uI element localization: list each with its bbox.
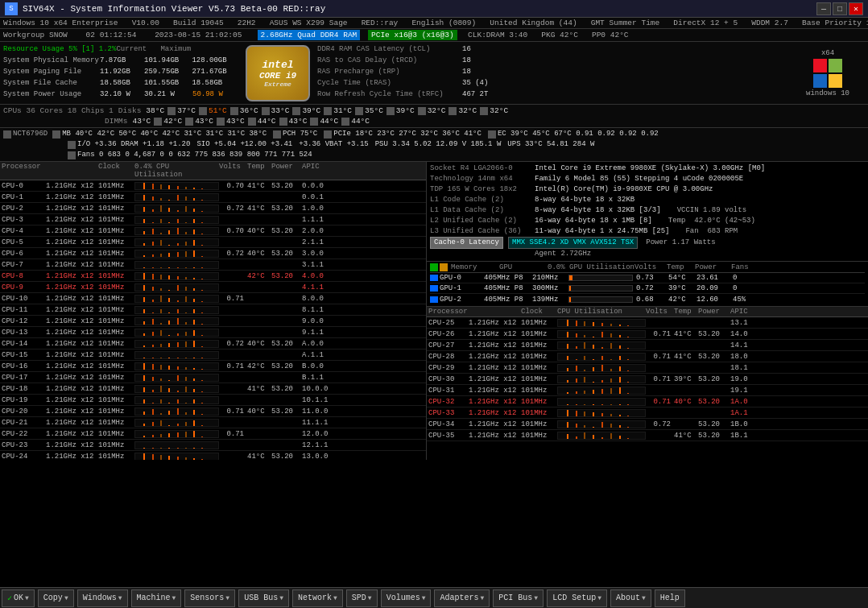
- cpu-l3-label: L3 Unified Cache (36): [430, 226, 535, 237]
- cpu-apic: 8.1.1: [302, 306, 330, 314]
- cpu-name: CPU-22: [2, 430, 46, 438]
- close-button[interactable]: ✕: [849, 2, 863, 15]
- gpu2-graph: [568, 296, 633, 303]
- cpu-name: CPU-20: [2, 407, 46, 416]
- dimms-label: DIMMs: [105, 116, 128, 126]
- lcdsetup-button[interactable]: LCD Setup ▼: [547, 589, 607, 607]
- right-panel[interactable]: Socket R4 LGA2066-0 Intel Core i9 Extrem…: [427, 162, 868, 460]
- cpu-clock: 101MHz: [98, 441, 134, 449]
- nct-row-2: I/O +3.36 DRAM +1.18 +1.20 SIO +5.04 +12…: [3, 139, 865, 150]
- nct-label: NCT6796D: [13, 129, 48, 139]
- help-button[interactable]: Help: [655, 589, 685, 607]
- cpu-right-row: CPU-35 1.21GHz x12 101MHz 41°C 53.20 1B.…: [427, 430, 868, 441]
- gpu0-temp: 54°C: [668, 274, 696, 282]
- rcpu-clock: 101MHz: [521, 364, 557, 372]
- ok-button[interactable]: ✓ OK ▼: [2, 589, 35, 607]
- sensors-button[interactable]: Sensors ▼: [184, 589, 235, 607]
- cpu-clock: 101MHz: [98, 396, 134, 404]
- gpu1-mem: 300MHz: [532, 284, 568, 292]
- gpu2-temp: 42°C: [668, 296, 696, 304]
- copy-button[interactable]: Copy ▼: [38, 589, 74, 607]
- machine-button[interactable]: Machine ▼: [131, 589, 182, 607]
- cpu-socket-label: Socket R4 LGA2066-0: [430, 163, 535, 174]
- rcpu-name: CPU-31: [428, 387, 469, 395]
- cpu-power: 53.20: [271, 205, 302, 213]
- usb-button[interactable]: USB Bus ▼: [238, 589, 289, 607]
- rcpu-graph: [557, 353, 646, 361]
- maximize-button[interactable]: □: [833, 2, 847, 15]
- pcibus-button[interactable]: PCI Bus ▼: [493, 589, 544, 607]
- cpu-tdp-label: TDP 165 W Cores 18x2: [430, 184, 535, 195]
- cpu-row: CPU-19 1.21GHz x12 101MHz 10.1.1: [0, 395, 426, 406]
- cpu-clock: 101MHz: [98, 272, 134, 280]
- cpu-freq: 1.21GHz x12: [46, 407, 98, 416]
- cpu-temp: 41°C: [247, 182, 271, 190]
- rcpu-name: CPU-25: [428, 319, 469, 327]
- ddr-ras-delay: RAS to CAS Delay (tRCD) 18: [317, 55, 784, 66]
- cpu-name: CPU-6: [2, 250, 46, 258]
- cpu-freq: 1.21GHz x12: [46, 441, 98, 449]
- cpu-cache-row: Cache-0 Latency MMX SSE4.2 XD VMX AVX512…: [430, 237, 865, 249]
- rcpu-clock: 101MHz: [521, 341, 557, 349]
- network-button[interactable]: Network ▼: [292, 589, 343, 607]
- windows-label: Windows: [83, 594, 117, 602]
- cpu-left-panel[interactable]: Processor Clock 0.4% CPU Utilisation Vol…: [0, 162, 427, 460]
- minimize-button[interactable]: —: [816, 2, 831, 15]
- cpu-volts: 0.71: [219, 362, 247, 370]
- cpu-name: CPU-2: [2, 205, 46, 213]
- cpu-graph: [134, 385, 219, 393]
- rcpu-power: 53.20: [698, 353, 730, 361]
- cpu-clock: 101MHz: [98, 329, 134, 337]
- gpu-util-label: 0.0% GPU Utilisation: [548, 263, 634, 271]
- gpu2-name: GPU-2: [440, 296, 484, 304]
- spd-button[interactable]: SPD ▼: [346, 589, 378, 607]
- rcpu-graph: [557, 364, 646, 372]
- ddr-ras-pre-label: RAS Precharge (tRP): [317, 66, 462, 77]
- gpu-volts-label: Volts: [634, 263, 667, 271]
- ddr-rowrefresh: Row Refresh Cycle Time (tRFC) 467 2T: [317, 89, 784, 100]
- ddr-cycle-val: 35 (4): [462, 77, 488, 89]
- resource-row-power: System Power Usage 32.10 W 30.21 W 50.98…: [3, 89, 238, 100]
- power-max: 30.21 W: [144, 89, 192, 100]
- rcpu-apic: 1A.0: [730, 398, 758, 406]
- cpu-temp-hot: 51°C: [209, 105, 227, 116]
- gpu-fans-label: Fans: [731, 263, 755, 271]
- cpu-name: CPU-3: [2, 216, 46, 224]
- nct-pcie: PCIe 18°C 23°C 27°C 32°C 36°C 41°C: [333, 129, 482, 139]
- ddr-ras-delay-val: 18: [462, 55, 471, 66]
- gpu0-bar: [569, 275, 572, 280]
- gpu1-power: 20.09: [696, 284, 733, 292]
- rcpu-name: CPU-32: [428, 398, 469, 406]
- rcpu-power: 53.20: [698, 420, 730, 428]
- pcie-info: [362, 31, 366, 39]
- cpu-l3-row: L3 Unified Cache (36) 11-way 64-byte 1 x…: [430, 226, 865, 237]
- nct-ec: EC 39°C 45°C 67°C 0.91 0.92 0.92 0.92: [498, 129, 659, 139]
- gpu-section: Memory GPU 0.0% GPU Utilisation Volts Te…: [427, 262, 868, 307]
- volumes-button[interactable]: Volumes ▼: [381, 589, 432, 607]
- gpu2-bar: [569, 297, 571, 302]
- nct-pch: PCH 75°C: [283, 129, 317, 139]
- cpu-l1data-label: L1 Data Cache (2): [430, 205, 535, 216]
- ddr-ras-pre-val: 18: [462, 66, 471, 77]
- gpu2-volts: 0.68: [636, 296, 668, 304]
- cpu-graph: [134, 261, 219, 269]
- cpu-clock: 101MHz: [98, 351, 134, 359]
- gpu0-name: GPU-0: [440, 274, 484, 282]
- copy-label: Copy: [43, 594, 63, 602]
- info-bar-2: Workgroup SNOW 02 01:12:54 2023-08-15 21…: [0, 29, 868, 42]
- cache-latency-btn[interactable]: Cache-0 Latency: [430, 237, 503, 249]
- windows-button[interactable]: Windows ▼: [77, 589, 128, 607]
- cpu-right-row: CPU-33 1.21GHz x12 101MHz 1A.1: [427, 407, 868, 419]
- adapters-button[interactable]: Adapters ▼: [434, 589, 490, 607]
- rh-power: Power: [698, 308, 730, 316]
- ok-icon: ✓: [7, 594, 12, 603]
- cpu-graph: [134, 407, 219, 416]
- cpu-row: CPU-20 1.21GHz x12 101MHz 0.71 40°C 53.2…: [0, 406, 426, 417]
- cpu-socket-row: Socket R4 LGA2066-0 Intel Core i9 Extrem…: [430, 163, 865, 174]
- cpu-row: CPU-13 1.21GHz x12 101MHz 9.1.1: [0, 327, 426, 338]
- cpu-graph: [134, 396, 219, 404]
- about-button[interactable]: About ▼: [610, 589, 651, 607]
- cpu-row: CPU-22 1.21GHz x12 101MHz 0.71 12.0.0: [0, 428, 426, 440]
- cpu-freq: 1.21GHz x12: [46, 272, 98, 280]
- cpu-temp: 40°C: [247, 227, 271, 235]
